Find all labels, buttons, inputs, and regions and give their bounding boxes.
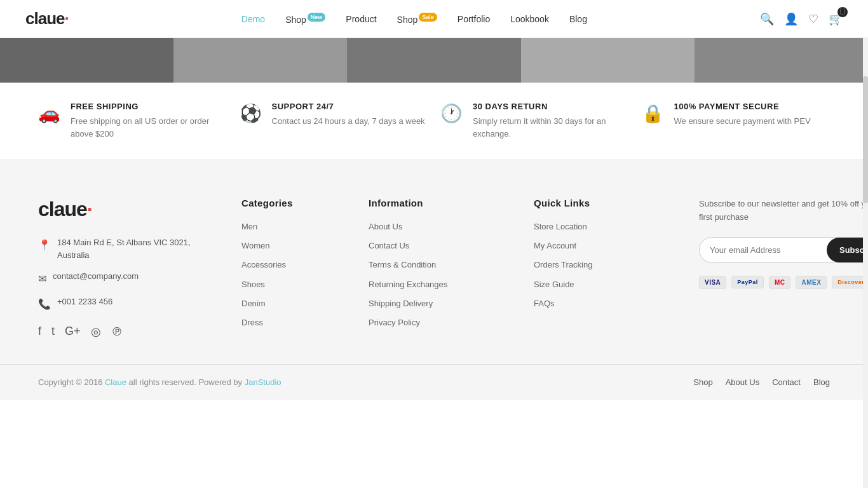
list-item: Women [241, 240, 343, 252]
account-icon[interactable]: 👤 [784, 12, 798, 26]
nav-demo[interactable]: Demo [241, 14, 265, 24]
feature-support: ⚽ SUPPORT 24/7 Contact us 24 hours a day… [240, 102, 428, 140]
payment-icons: VISA PayPal MC AMEX Discover [699, 276, 868, 289]
feature-text-payment: 100% PAYMENT SECURE We ensure secure pay… [674, 102, 811, 128]
nav-shop-sale[interactable]: ShopSale [397, 15, 437, 25]
nav-product[interactable]: Product [346, 14, 376, 24]
ql-faqs[interactable]: FAQs [534, 299, 555, 308]
social-facebook[interactable]: f [38, 325, 41, 339]
info-terms[interactable]: Terms & Condition [369, 260, 436, 269]
list-item: Returning Exchanges [369, 279, 508, 290]
information-list: About Us Contact Us Terms & Condition Re… [369, 221, 508, 329]
logo-dot: · [65, 9, 69, 28]
newsletter-subscribe-button[interactable]: Subscribe [827, 238, 868, 262]
social-instagram[interactable]: ◎ [91, 325, 101, 339]
cat-women[interactable]: Women [241, 241, 270, 250]
cart-icon-wrapper[interactable]: 🛒0 [829, 12, 843, 26]
list-item: Shoes [241, 279, 343, 290]
footer-information-col: Information About Us Contact Us Terms & … [369, 198, 508, 339]
info-returning[interactable]: Returning Exchanges [369, 280, 447, 289]
strip-seg-4 [521, 38, 695, 83]
badge-sale: Sale [419, 13, 437, 22]
nav-menu: Demo ShopNew Product ShopSale Portfolio … [241, 13, 587, 25]
features-strip: 🚗 FREE SHIPPING Free shipping on all US … [0, 83, 868, 159]
scrollbar[interactable] [863, 0, 868, 400]
strip-seg-5 [695, 38, 868, 83]
social-pinterest[interactable]: ℗ [111, 325, 123, 339]
payment-mastercard: MC [769, 276, 791, 289]
email-icon: ✉ [38, 271, 46, 287]
ql-orders-tracking[interactable]: Orders Tracking [534, 260, 592, 269]
feature-payment: 🔒 100% PAYMENT SECURE We ensure secure p… [642, 102, 831, 140]
feature-desc-support: Contact us 24 hours a day, 7 days a week [272, 115, 425, 128]
feature-desc-shipping: Free shipping on all US order or order a… [71, 115, 227, 140]
ql-store-location[interactable]: Store Location [534, 222, 587, 231]
cat-dress[interactable]: Dress [241, 318, 263, 327]
feature-title-shipping: FREE SHIPPING [71, 102, 227, 111]
list-item: Denim [241, 298, 343, 309]
cat-denim[interactable]: Denim [241, 299, 266, 308]
ql-size-guide[interactable]: Size Guide [534, 280, 574, 289]
footer-newsletter-col: Subscribe to our newsletter and get 10% … [699, 198, 868, 339]
list-item: Shipping Delivery [369, 298, 508, 309]
list-item: About Us [369, 221, 508, 233]
feature-title-payment: 100% PAYMENT SECURE [674, 102, 811, 111]
location-icon: 📍 [38, 238, 51, 253]
hero-image-strip [0, 38, 868, 83]
info-contact-us[interactable]: Contact Us [369, 241, 409, 250]
feature-desc-return: Simply return it within 30 days for an e… [473, 115, 629, 140]
list-item: Orders Tracking [534, 259, 674, 271]
feature-text-return: 30 DAYS RETURN Simply return it within 3… [473, 102, 629, 140]
cat-men[interactable]: Men [241, 222, 257, 231]
wishlist-icon[interactable]: ♡ [808, 12, 818, 26]
cat-shoes[interactable]: Shoes [241, 280, 265, 289]
social-twitter[interactable]: t [51, 325, 55, 339]
list-item: Men [241, 221, 343, 233]
info-about-us[interactable]: About Us [369, 222, 402, 231]
footer-grid: claue· 📍 184 Main Rd E, St Albans VIC 30… [38, 198, 830, 339]
footer-bottom-links: Shop About Us Contact Blog [693, 377, 830, 387]
info-shipping[interactable]: Shipping Delivery [369, 299, 433, 308]
feature-return: 🕐 30 DAYS RETURN Simply return it within… [440, 102, 629, 140]
footer-logo: claue· [38, 198, 92, 221]
logo[interactable]: claue· [25, 9, 69, 29]
feature-free-shipping: 🚗 FREE SHIPPING Free shipping on all US … [38, 102, 227, 140]
footer-powered-link[interactable]: JanStudio [245, 377, 281, 387]
footer-brand-link[interactable]: Claue [105, 377, 126, 387]
footer-bottom: Copyright © 2016 Claue all rights reserv… [0, 364, 868, 400]
navbar-icons: 🔍 👤 ♡ 🛒0 [760, 12, 843, 26]
feature-text-free-shipping: FREE SHIPPING Free shipping on all US or… [71, 102, 227, 140]
list-item: Dress [241, 317, 343, 329]
footer-link-blog[interactable]: Blog [813, 377, 830, 387]
footer-categories-col: Categories Men Women Accessories Shoes D… [241, 198, 343, 339]
feature-desc-payment: We ensure secure payment with PEV [674, 115, 811, 128]
footer-address: 📍 184 Main Rd E, St Albans VIC 3021, Aus… [38, 236, 216, 261]
footer-copyright: Copyright © 2016 Claue all rights reserv… [38, 377, 281, 387]
nav-portfolio[interactable]: Portfolio [458, 14, 490, 24]
list-item: Size Guide [534, 279, 674, 290]
list-item: Store Location [534, 221, 674, 233]
newsletter-form: Subscribe [699, 237, 868, 263]
footer-link-shop[interactable]: Shop [693, 377, 712, 387]
info-privacy[interactable]: Privacy Policy [369, 318, 420, 327]
social-googleplus[interactable]: G+ [65, 325, 81, 339]
cat-accessories[interactable]: Accessories [241, 260, 286, 269]
newsletter-email-input[interactable] [700, 238, 827, 262]
footer-logo-dot: · [87, 198, 92, 220]
feature-title-support: SUPPORT 24/7 [272, 102, 425, 111]
list-item: Privacy Policy [369, 317, 508, 329]
nav-shop-new[interactable]: ShopNew [285, 15, 325, 25]
scrollbar-thumb[interactable] [863, 76, 868, 203]
nav-lookbook[interactable]: Lookbook [510, 14, 549, 24]
footer-link-contact[interactable]: Contact [772, 377, 801, 387]
footer-phone: 📞 +001 2233 456 [38, 295, 216, 312]
cart-badge: 0 [837, 7, 848, 17]
strip-seg-3 [347, 38, 520, 83]
search-icon[interactable]: 🔍 [760, 12, 774, 26]
ql-my-account[interactable]: My Account [534, 241, 576, 250]
feature-text-support: SUPPORT 24/7 Contact us 24 hours a day, … [272, 102, 425, 128]
footer-link-about[interactable]: About Us [726, 377, 759, 387]
badge-new: New [308, 13, 326, 22]
payment-secure-icon: 🔒 [642, 103, 664, 124]
nav-blog[interactable]: Blog [569, 14, 587, 24]
